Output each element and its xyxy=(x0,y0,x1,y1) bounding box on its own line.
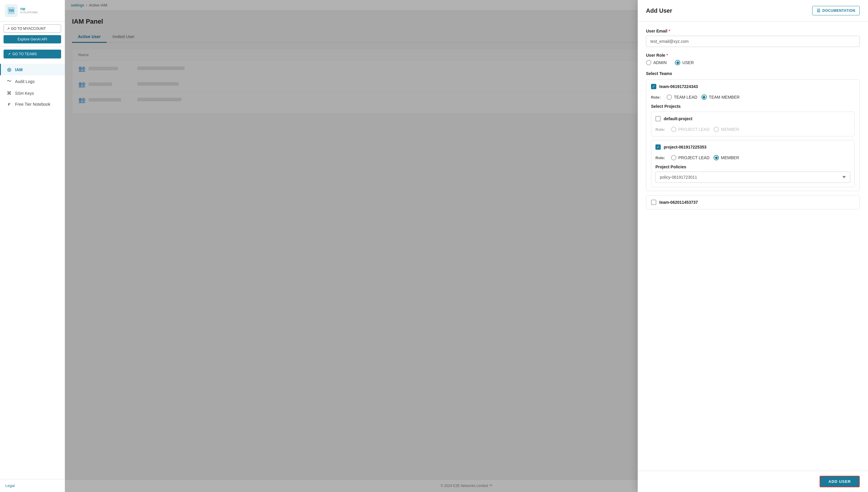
email-label: User Email * xyxy=(646,29,860,33)
project-2-header: ✓ project-061917225353 xyxy=(651,140,854,154)
email-required: * xyxy=(668,29,670,33)
team-2-header: ✓ team-062011453737 xyxy=(646,196,860,209)
policy-section: Project Policies policy-06191723011 xyxy=(651,165,854,187)
documentation-button[interactable]: ☰ DOCUMENTATION xyxy=(812,6,860,15)
legal-link[interactable]: Legal xyxy=(5,484,15,488)
proj1-member-radio[interactable]: MEMBER xyxy=(714,127,739,132)
project-2-checkbox[interactable]: ✓ xyxy=(656,144,661,150)
projects-section: Select Projects ✓ default-project Role: xyxy=(646,104,860,187)
ssh-icon: ⌘ xyxy=(6,90,12,96)
team-1-header: ✓ team-061917224343 xyxy=(646,80,860,93)
top-buttons: ↗ GO TO MYACCOUNT Explore GenAI API xyxy=(0,22,65,47)
audit-icon: 〜 xyxy=(6,78,12,84)
project-1-role-row: Role: PROJECT LEAD MEMBER xyxy=(651,125,854,136)
iam-icon: ◎ xyxy=(6,67,12,72)
explore-genai-button[interactable]: Explore GenAI API xyxy=(3,35,61,43)
proj1-lead-radio[interactable]: PROJECT LEAD xyxy=(671,127,710,132)
logo-area: TIR TIR AI PLATFORM xyxy=(0,0,65,22)
project-2-role-label: Role: xyxy=(656,156,665,160)
team-card-1: ✓ team-061917224343 Role: TEAM LEAD TEAM… xyxy=(646,79,860,191)
role-admin-radio[interactable]: ADMIN xyxy=(646,60,667,65)
project-2-name: project-061917225353 xyxy=(664,145,707,149)
team-1-lead-circle xyxy=(667,95,672,100)
modal-title: Add User xyxy=(646,7,672,14)
team-1-name: team-061917224343 xyxy=(659,84,698,89)
role-required: * xyxy=(666,53,668,57)
proj1-member-circle xyxy=(714,127,719,132)
project-1-checkbox[interactable]: ✓ xyxy=(656,116,661,121)
freetier-icon: F xyxy=(6,102,12,106)
go-to-myaccount-button[interactable]: ↗ GO TO MYACCOUNT xyxy=(3,25,61,33)
sidebar-item-iam[interactable]: ◎ IAM xyxy=(0,64,65,75)
sidebar-item-ssh-keys[interactable]: ⌘ SSH Keys xyxy=(0,88,65,99)
teams-section: Select Teams ✓ team-061917224343 Role: T… xyxy=(646,71,860,210)
logo-text: TIR AI PLATFORM xyxy=(20,7,37,14)
project-1-name: default-project xyxy=(664,116,692,121)
admin-radio-circle xyxy=(646,60,651,65)
team-1-role-row: Role: TEAM LEAD TEAM MEMBER xyxy=(646,93,860,104)
team-1-member-circle xyxy=(701,95,707,100)
svg-text:TIR: TIR xyxy=(8,9,14,13)
project-1-header: ✓ default-project xyxy=(651,112,854,125)
role-label: User Role * xyxy=(646,53,860,57)
arrow-icon: ↗ xyxy=(7,27,10,31)
sidebar-footer: Legal xyxy=(0,479,65,492)
nav-menu: ◎ IAM 〜 Audit Logs ⌘ SSH Keys F Free Tie… xyxy=(0,62,65,479)
team-1-role-label: Role: xyxy=(651,95,661,100)
proj2-member-circle xyxy=(714,155,719,161)
add-user-button[interactable]: ADD USER xyxy=(820,476,860,487)
proj2-lead-radio[interactable]: PROJECT LEAD xyxy=(671,155,710,161)
proj1-lead-circle xyxy=(671,127,676,132)
sidebar-item-audit-logs[interactable]: 〜 Audit Logs xyxy=(0,75,65,88)
add-user-modal: Add User ☰ DOCUMENTATION User Email * Us… xyxy=(638,0,868,492)
logo-icon: TIR xyxy=(5,4,18,17)
email-input[interactable] xyxy=(646,36,860,47)
proj2-lead-circle xyxy=(671,155,676,161)
sidebar-item-free-tier[interactable]: F Free Tier Notebook xyxy=(0,99,65,109)
go-to-teams-button[interactable]: ↗ GO TO TEAMS xyxy=(3,50,61,58)
user-radio-circle xyxy=(675,60,680,65)
modal-body: User Email * User Role * ADMIN USER xyxy=(638,22,868,471)
teams-arrow-icon: ↗ xyxy=(8,52,10,56)
policy-label: Project Policies xyxy=(656,165,850,169)
proj2-member-radio[interactable]: MEMBER xyxy=(714,155,739,161)
project-card-1: ✓ default-project Role: PROJECT LEAD xyxy=(651,112,855,137)
modal-header: Add User ☰ DOCUMENTATION xyxy=(638,0,868,22)
role-user-radio[interactable]: USER xyxy=(675,60,694,65)
teams-section-title: Select Teams xyxy=(646,71,860,76)
projects-section-title: Select Projects xyxy=(651,104,855,109)
team-2-name: team-062011453737 xyxy=(659,200,698,205)
team-1-checkbox[interactable]: ✓ xyxy=(651,84,656,89)
project-card-2: ✓ project-061917225353 Role: PROJECT LEA… xyxy=(651,140,855,187)
sidebar: TIR TIR AI PLATFORM ↗ GO TO MYACCOUNT Ex… xyxy=(0,0,65,492)
team-1-member-radio[interactable]: TEAM MEMBER xyxy=(701,95,740,100)
role-section: User Role * ADMIN USER xyxy=(646,53,860,65)
role-radio-group: ADMIN USER xyxy=(646,60,860,65)
project-2-role-row: Role: PROJECT LEAD MEMBER xyxy=(651,154,854,165)
modal-footer: ADD USER xyxy=(638,471,868,492)
team-1-lead-radio[interactable]: TEAM LEAD xyxy=(667,95,697,100)
doc-icon: ☰ xyxy=(817,8,821,13)
policy-select[interactable]: policy-06191723011 xyxy=(656,172,850,183)
team-card-2: ✓ team-062011453737 xyxy=(646,195,860,210)
project-1-role-label: Role: xyxy=(656,127,665,132)
team-2-checkbox[interactable]: ✓ xyxy=(651,200,656,205)
email-section: User Email * xyxy=(646,29,860,47)
